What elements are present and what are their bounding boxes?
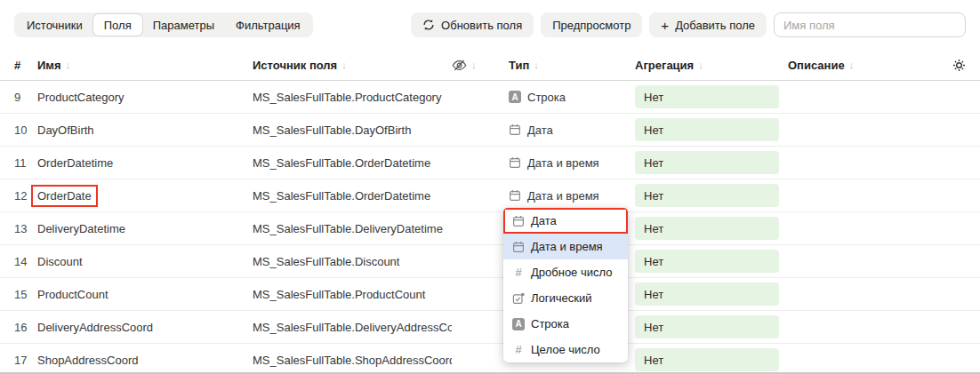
aggregation-select[interactable]: Нет bbox=[635, 151, 779, 174]
calendar-icon bbox=[509, 123, 521, 136]
field-name-cell[interactable]: ProductCategory bbox=[37, 91, 253, 104]
column-header-source[interactable]: Источник поля ↓ bbox=[253, 59, 452, 72]
table-row: 15 ProductCount MS_SalesFullTable.Produc… bbox=[0, 278, 980, 311]
preview-button[interactable]: Предпросмотр bbox=[541, 12, 642, 37]
column-header-aggregation[interactable]: Агрегация ↓ bbox=[635, 59, 788, 72]
string-type-icon: A bbox=[509, 91, 521, 103]
aggregation-cell: Нет bbox=[635, 151, 788, 174]
refresh-icon bbox=[422, 19, 435, 31]
field-name: DeliveryDatetime bbox=[37, 222, 125, 235]
column-header-type-label: Тип bbox=[509, 59, 529, 72]
type-option-float[interactable]: # Дробное число bbox=[503, 259, 628, 285]
field-source-cell: MS_SalesFullTable.ProductCount bbox=[253, 288, 452, 301]
field-name: ShopAddressCoord bbox=[37, 354, 138, 367]
field-source-cell: MS_SalesFullTable.OrderDatetime bbox=[253, 156, 452, 170]
table-row: 9 ProductCategory MS_SalesFullTable.Prod… bbox=[0, 81, 980, 114]
field-name: Discount bbox=[37, 255, 83, 268]
sort-arrow-icon: ↓ bbox=[698, 60, 703, 70]
tab-parameters[interactable]: Параметры bbox=[142, 14, 225, 36]
type-option-integer[interactable]: # Целое число bbox=[503, 337, 628, 362]
hash-icon: # bbox=[512, 343, 525, 356]
field-name: OrderDatetime bbox=[37, 156, 113, 170]
row-index: 13 bbox=[14, 222, 37, 235]
aggregation-cell: Нет bbox=[635, 348, 788, 371]
aggregation-cell: Нет bbox=[635, 184, 788, 207]
type-option-label: Логический bbox=[531, 291, 591, 305]
refresh-fields-label: Обновить поля bbox=[441, 19, 522, 32]
field-source-cell: MS_SalesFullTable.DeliveryAddressCoord bbox=[253, 321, 452, 334]
field-type-select[interactable]: Дата и время bbox=[509, 156, 635, 170]
type-option-boolean[interactable]: Логический bbox=[503, 285, 628, 311]
aggregation-select[interactable]: Нет bbox=[635, 85, 779, 108]
aggregation-select[interactable]: Нет bbox=[635, 250, 779, 273]
string-type-icon: A bbox=[512, 318, 525, 330]
calendar-icon bbox=[512, 241, 525, 253]
table-body: 9 ProductCategory MS_SalesFullTable.Prod… bbox=[0, 81, 980, 374]
aggregation-select[interactable]: Нет bbox=[635, 348, 779, 371]
field-name-cell[interactable]: ShopAddressCoord bbox=[37, 354, 253, 367]
aggregation-cell: Нет bbox=[635, 315, 788, 338]
refresh-fields-button[interactable]: Обновить поля bbox=[411, 12, 534, 37]
field-type-select[interactable]: Дата bbox=[509, 123, 635, 137]
table-row: 13 DeliveryDatetime MS_SalesFullTable.De… bbox=[0, 212, 980, 245]
sort-arrow-icon: ↓ bbox=[341, 60, 347, 70]
field-name-cell[interactable]: DayOfBirth bbox=[37, 123, 253, 137]
aggregation-cell: Нет bbox=[635, 118, 788, 141]
field-name-cell[interactable]: DeliveryDatetime bbox=[37, 222, 253, 235]
row-index: 9 bbox=[14, 91, 37, 104]
column-header-aggregation-label: Агрегация bbox=[635, 59, 694, 72]
column-header-visibility[interactable]: ↓ bbox=[452, 60, 509, 71]
field-name: DeliveryAddressCoord bbox=[37, 321, 153, 334]
field-type-select[interactable]: A Строка bbox=[509, 91, 635, 104]
view-tabs: Источники Поля Параметры Фильтрация bbox=[14, 12, 313, 37]
type-option-label: Целое число bbox=[531, 343, 600, 356]
field-name-cell[interactable]: Discount bbox=[37, 255, 253, 268]
field-name-cell[interactable]: DeliveryAddressCoord bbox=[37, 321, 253, 334]
sort-arrow-icon: ↓ bbox=[471, 60, 477, 70]
tab-fields[interactable]: Поля bbox=[93, 14, 142, 36]
type-option-date[interactable]: Дата bbox=[503, 208, 628, 234]
field-name-cell[interactable]: ProductCount bbox=[37, 288, 253, 301]
table-row: 14 Discount MS_SalesFullTable.Discount Н… bbox=[0, 245, 980, 278]
type-option-label: Дробное число bbox=[531, 266, 612, 279]
add-field-button[interactable]: + Добавить поле bbox=[649, 12, 767, 37]
aggregation-select[interactable]: Нет bbox=[635, 184, 779, 207]
tab-parameters-label: Параметры bbox=[153, 19, 214, 32]
column-header-description[interactable]: Описание ↓ bbox=[788, 59, 944, 72]
hash-icon: # bbox=[512, 266, 525, 279]
field-name-cell[interactable]: OrderDatetime bbox=[37, 156, 253, 170]
table-row: 16 DeliveryAddressCoord MS_SalesFullTabl… bbox=[0, 311, 980, 344]
column-header-index-label: # bbox=[14, 59, 20, 72]
field-name-search-input[interactable] bbox=[774, 12, 966, 37]
eye-slash-icon bbox=[452, 60, 467, 71]
column-header-source-label: Источник поля bbox=[253, 59, 337, 72]
column-header-type[interactable]: Тип ↓ bbox=[509, 59, 635, 72]
toolbar-actions: Обновить поля Предпросмотр + Добавить по… bbox=[411, 12, 966, 37]
calendar-icon bbox=[509, 156, 521, 169]
field-type-select[interactable]: Дата и время bbox=[509, 189, 635, 203]
field-name-cell[interactable]: OrderDate bbox=[37, 189, 253, 203]
table-row: 10 DayOfBirth MS_SalesFullTable.DayOfBir… bbox=[0, 114, 980, 147]
field-source-cell: MS_SalesFullTable.Discount bbox=[253, 255, 452, 268]
tab-filtering[interactable]: Фильтрация bbox=[225, 14, 311, 36]
aggregation-select[interactable]: Нет bbox=[635, 315, 779, 338]
type-option-datetime[interactable]: Дата и время bbox=[503, 234, 628, 259]
aggregation-select[interactable]: Нет bbox=[635, 217, 779, 240]
type-option-string[interactable]: A Строка bbox=[503, 311, 628, 337]
table-settings-button[interactable] bbox=[944, 59, 966, 72]
field-type-label: Дата и время bbox=[527, 156, 599, 170]
column-header-description-label: Описание bbox=[788, 59, 845, 72]
tab-sources[interactable]: Источники bbox=[16, 14, 93, 36]
aggregation-select[interactable]: Нет bbox=[635, 118, 779, 141]
aggregation-cell: Нет bbox=[635, 85, 788, 108]
aggregation-select[interactable]: Нет bbox=[635, 282, 779, 306]
sort-arrow-icon: ↓ bbox=[534, 60, 539, 70]
column-header-name-label: Имя bbox=[37, 59, 61, 72]
row-index: 16 bbox=[14, 321, 37, 334]
type-option-label: Дата и время bbox=[531, 240, 603, 253]
column-header-name[interactable]: Имя ↓ bbox=[37, 59, 253, 72]
row-index: 10 bbox=[14, 123, 37, 137]
tab-sources-label: Источники bbox=[27, 19, 83, 32]
calendar-icon bbox=[512, 215, 525, 227]
type-option-label: Дата bbox=[531, 214, 557, 227]
